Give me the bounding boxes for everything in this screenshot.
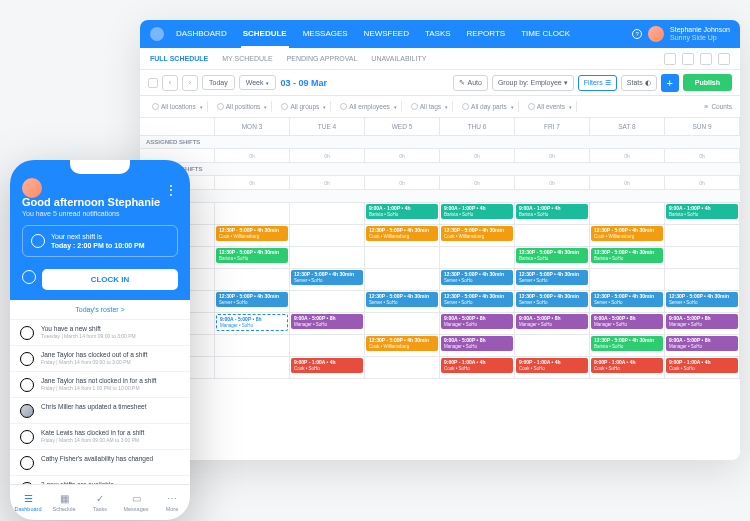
shift-block[interactable]: 12:30P - 5:00P • 4h 30minServer • SoHo: [516, 270, 588, 285]
schedule-cell[interactable]: 12:30P - 5:00P • 4h 30minServer • SoHo: [665, 291, 740, 312]
schedule-cell[interactable]: 9:00A - 5:00P • 8hManager • SoHo: [590, 313, 665, 334]
schedule-cell[interactable]: 12:30P - 5:00P • 4h 30minCook • Williams…: [440, 225, 515, 246]
schedule-cell[interactable]: 12:30P - 5:00P • 4h 30minServer • SoHo: [590, 291, 665, 312]
shift-block[interactable]: 12:30P - 5:00P • 4h 30minServer • SoHo: [216, 292, 288, 307]
shift-block[interactable]: 12:30P - 5:00P • 4h 30minCook • Williams…: [441, 226, 513, 241]
today-button[interactable]: Today: [202, 75, 235, 90]
schedule-cell[interactable]: [215, 269, 290, 290]
schedule-cell[interactable]: [365, 269, 440, 290]
schedule-cell[interactable]: 12:30P - 5:00P • 4h 30minCook • Williams…: [590, 225, 665, 246]
feed-item[interactable]: Cathy Fisher's availability has changed: [10, 450, 190, 476]
shift-block[interactable]: 12:30P - 5:00P • 4h 30minServer • SoHo: [366, 292, 438, 307]
nav-tasks[interactable]: TASKS: [423, 21, 453, 48]
schedule-cell[interactable]: 9:00P - 1:00A • 4hCook • SoHo: [440, 357, 515, 378]
feed-item[interactable]: Jane Taylor has clocked out of a shiftFr…: [10, 346, 190, 372]
schedule-cell[interactable]: [515, 335, 590, 356]
schedule-cell[interactable]: 12:30P - 5:00P • 4h 30minBarista • SoHo: [590, 247, 665, 268]
feed-item[interactable]: 3 new shifts are availableFriday | March…: [10, 476, 190, 484]
nav-messages[interactable]: MESSAGES: [301, 21, 350, 48]
schedule-cell[interactable]: 12:30P - 5:00P • 4h 30minBarista • SoHo: [590, 335, 665, 356]
day-col[interactable]: MON 3: [215, 118, 290, 135]
schedule-cell[interactable]: 9:00A - 5:00P • 8hManager • SoHo: [290, 313, 365, 334]
feed-item[interactable]: Jane Taylor has not clocked in for a shi…: [10, 372, 190, 398]
filter-select[interactable]: All locations▾: [148, 101, 208, 112]
publish-button[interactable]: Publish: [683, 74, 732, 91]
day-col[interactable]: SAT 8: [590, 118, 665, 135]
avatar[interactable]: [648, 26, 664, 42]
schedule-cell[interactable]: 12:30P - 5:00P • 4h 30minServer • SoHo: [440, 291, 515, 312]
shift-block[interactable]: 9:00P - 1:00A • 4hCook • SoHo: [591, 358, 663, 373]
clock-in-button[interactable]: CLOCK IN: [42, 269, 178, 290]
schedule-cell[interactable]: 9:00P - 1:00A • 4hCook • SoHo: [290, 357, 365, 378]
subtab-pending[interactable]: PENDING APPROVAL: [287, 55, 358, 62]
day-col[interactable]: SUN 9: [665, 118, 740, 135]
stats-button[interactable]: Stats ◐: [621, 75, 657, 91]
schedule-cell[interactable]: [515, 225, 590, 246]
shift-block[interactable]: 9:00A - 1:00P • 4hBarista • SoHo: [666, 204, 738, 219]
next-arrow[interactable]: ›: [182, 75, 198, 91]
filter-select[interactable]: All employees▾: [336, 101, 401, 112]
shift-block[interactable]: 12:30P - 5:00P • 4h 30minBarista • SoHo: [591, 336, 663, 351]
tab-more[interactable]: ⋯More: [154, 485, 190, 520]
shift-block[interactable]: 12:30P - 5:00P • 4h 30minCook • Williams…: [366, 336, 438, 351]
schedule-cell[interactable]: 9:00P - 1:00A • 4hCook • SoHo: [665, 357, 740, 378]
shift-block[interactable]: 9:00A - 1:00P • 4hBarista • SoHo: [441, 204, 513, 219]
shift-block[interactable]: 12:30P - 5:00P • 4h 30minBarista • SoHo: [516, 248, 588, 263]
date-range[interactable]: 03 - 09 Mar: [280, 78, 327, 88]
shift-block[interactable]: 9:00P - 1:00A • 4hCook • SoHo: [516, 358, 588, 373]
schedule-cell[interactable]: 9:00P - 1:00A • 4hCook • SoHo: [515, 357, 590, 378]
shift-block[interactable]: 12:30P - 5:00P • 4h 30minBarista • SoHo: [591, 248, 663, 263]
view-selector[interactable]: Week▾: [239, 75, 277, 90]
schedule-cell[interactable]: [365, 313, 440, 334]
shift-block[interactable]: 12:30P - 5:00P • 4h 30minCook • Williams…: [366, 226, 438, 241]
schedule-cell[interactable]: [665, 269, 740, 290]
schedule-cell[interactable]: 12:30P - 5:00P • 4h 30minServer • SoHo: [515, 269, 590, 290]
shift-block[interactable]: 9:00A - 1:00P • 4hBarista • SoHo: [366, 204, 438, 219]
nav-newsfeed[interactable]: NEWSFEED: [362, 21, 411, 48]
schedule-cell[interactable]: [590, 203, 665, 224]
schedule-cell[interactable]: 12:30P - 5:00P • 4h 30minServer • SoHo: [440, 269, 515, 290]
avatar[interactable]: [22, 178, 42, 198]
shift-block[interactable]: 12:30P - 5:00P • 4h 30minCook • Williams…: [591, 226, 663, 241]
schedule-cell[interactable]: [290, 291, 365, 312]
schedule-cell[interactable]: 12:30P - 5:00P • 4h 30minBarista • SoHo: [515, 247, 590, 268]
subtab-unavail[interactable]: UNAVAILABILITY: [371, 55, 426, 62]
prev-arrow[interactable]: ‹: [162, 75, 178, 91]
shift-block[interactable]: 9:00A - 5:00P • 8hManager • SoHo: [291, 314, 363, 329]
schedule-cell[interactable]: [665, 247, 740, 268]
nav-time clock[interactable]: TIME CLOCK: [519, 21, 572, 48]
schedule-cell[interactable]: [290, 225, 365, 246]
schedule-cell[interactable]: [215, 335, 290, 356]
day-col[interactable]: FRI 7: [515, 118, 590, 135]
shift-block[interactable]: 9:00P - 1:00A • 4hCook • SoHo: [666, 358, 738, 373]
schedule-cell[interactable]: 12:30P - 5:00P • 4h 30minServer • SoHo: [290, 269, 365, 290]
shift-block[interactable]: 9:00A - 5:00P • 8hManager • SoHo: [666, 314, 738, 329]
shift-block[interactable]: 12:30P - 5:00P • 4h 30minCook • Williams…: [216, 226, 288, 241]
nav-schedule[interactable]: SCHEDULE: [241, 21, 289, 48]
schedule-cell[interactable]: 9:00A - 5:00P • 8hManager • SoHo: [440, 335, 515, 356]
tab-dashboard[interactable]: ☰Dashboard: [10, 485, 46, 520]
shift-block[interactable]: 9:00A - 5:00P • 8hManager • SoHo: [516, 314, 588, 329]
shift-block[interactable]: 12:30P - 5:00P • 4h 30minServer • SoHo: [666, 292, 738, 307]
day-col[interactable]: THU 6: [440, 118, 515, 135]
schedule-cell[interactable]: [290, 335, 365, 356]
schedule-cell[interactable]: 12:30P - 5:00P • 4h 30minServer • SoHo: [215, 291, 290, 312]
schedule-cell[interactable]: 12:30P - 5:00P • 4h 30minCook • Williams…: [365, 335, 440, 356]
schedule-cell[interactable]: [290, 247, 365, 268]
feed-item[interactable]: Kate Lewis has clocked in for a shiftFri…: [10, 424, 190, 450]
schedule-cell[interactable]: 9:00A - 5:00P • 8hManager • SoHo: [665, 335, 740, 356]
settings-icon[interactable]: [718, 53, 730, 65]
schedule-cell[interactable]: [440, 247, 515, 268]
schedule-cell[interactable]: 9:00A - 1:00P • 4hBarista • SoHo: [365, 203, 440, 224]
tab-schedule[interactable]: ▦Schedule: [46, 485, 82, 520]
schedule-cell[interactable]: [215, 203, 290, 224]
feed-item[interactable]: You have a new shiftTuesday | March 14 f…: [10, 320, 190, 346]
shift-block[interactable]: 12:30P - 5:00P • 4h 30minBarista • SoHo: [216, 248, 288, 263]
help-icon[interactable]: ?: [632, 29, 642, 39]
roster-link[interactable]: Today's roster >: [10, 300, 190, 320]
filter-select[interactable]: All groups▾: [277, 101, 331, 112]
schedule-cell[interactable]: 12:30P - 5:00P • 4h 30minServer • SoHo: [515, 291, 590, 312]
tab-tasks[interactable]: ✓Tasks: [82, 485, 118, 520]
tool-icon-1[interactable]: [664, 53, 676, 65]
schedule-cell[interactable]: 12:30P - 5:00P • 4h 30minCook • Williams…: [215, 225, 290, 246]
